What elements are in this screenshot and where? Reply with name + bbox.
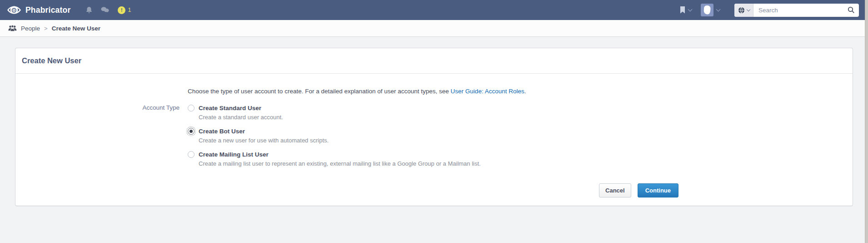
alert-exclamation-icon: ! — [118, 6, 125, 14]
option-label: Create Bot User — [199, 127, 329, 136]
bookmark-icon — [680, 6, 685, 14]
chevron-down-icon — [688, 7, 693, 11]
gear-icon: ⚙ — [7, 3, 21, 17]
alerts-indicator[interactable]: ! 1 — [114, 6, 135, 14]
top-navigation-bar: ⚙ Phabricator ! 1 — [0, 0, 868, 20]
app-title[interactable]: Phabricator — [25, 5, 70, 15]
breadcrumb-people[interactable]: People — [21, 25, 40, 32]
notifications-bell-icon[interactable] — [81, 6, 97, 14]
scrollbar[interactable] — [865, 0, 868, 243]
breadcrumb-current: Create New User — [52, 25, 100, 32]
cancel-button[interactable]: Cancel — [599, 183, 631, 197]
favorites-menu[interactable] — [675, 6, 696, 14]
option-caption: Create a mailing list user to represent … — [199, 160, 481, 168]
global-search — [734, 4, 859, 17]
card-header: Create New User — [15, 48, 853, 74]
option-caption: Create a standard user account. — [199, 113, 283, 122]
radio-bot-user[interactable] — [188, 128, 195, 135]
user-guide-link[interactable]: User Guide: Account Roles — [451, 88, 524, 95]
breadcrumb: People > Create New User — [0, 20, 868, 37]
intro-text: Choose the type of user account to creat… — [188, 74, 678, 95]
messages-chat-icon[interactable] — [97, 7, 114, 14]
page-title: Create New User — [22, 56, 81, 65]
search-input[interactable] — [753, 4, 843, 17]
search-icon — [848, 6, 855, 14]
option-create-standard-user[interactable]: Create Standard User Create a standard u… — [188, 104, 678, 122]
chevron-down-icon — [716, 7, 721, 11]
radio-mailing-list-user[interactable] — [188, 151, 195, 158]
continue-button[interactable]: Continue — [638, 183, 678, 197]
option-label: Create Mailing List User — [199, 150, 481, 159]
option-create-bot-user[interactable]: Create Bot User Create a new user for us… — [188, 127, 678, 145]
account-type-label: Account Type — [15, 104, 180, 173]
form-actions: Cancel Continue — [188, 183, 678, 197]
users-icon — [8, 25, 17, 32]
user-menu[interactable] — [696, 4, 724, 16]
phabricator-logo-icon[interactable]: ⚙ — [7, 3, 21, 17]
card-body: Choose the type of user account to creat… — [15, 74, 853, 206]
account-type-row: Account Type Create Standard User Create… — [15, 104, 678, 173]
avatar — [701, 4, 713, 16]
page-content: Create New User Choose the type of user … — [0, 37, 868, 206]
option-label: Create Standard User — [199, 104, 283, 112]
create-new-user-card: Create New User Choose the type of user … — [15, 48, 853, 206]
chevron-down-icon — [746, 7, 750, 11]
breadcrumb-separator: > — [44, 25, 48, 32]
option-create-mailing-list-user[interactable]: Create Mailing List User Create a mailin… — [188, 150, 678, 168]
alert-count: 1 — [128, 7, 131, 13]
search-scope-selector[interactable] — [734, 4, 753, 17]
search-submit[interactable] — [843, 4, 859, 17]
radio-standard-user[interactable] — [188, 105, 195, 111]
option-caption: Create a new user for use with automated… — [199, 137, 329, 145]
globe-icon — [738, 7, 745, 14]
